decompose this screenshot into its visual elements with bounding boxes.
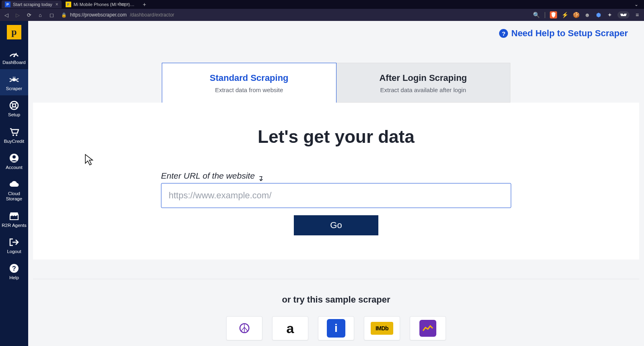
new-tab-button[interactable]: +	[140, 1, 149, 8]
sidebar-label: Account	[6, 165, 23, 170]
tab-title: Standard Scraping	[170, 73, 328, 83]
sidebar-item-help[interactable]: ? Help	[0, 258, 28, 284]
svg-point-7	[12, 134, 14, 136]
browser-tab-2[interactable]: F Mi Mobile Phones (MI मोबाइल) and	[62, 0, 139, 8]
sidebar-item-logout[interactable]: Logout	[0, 232, 28, 258]
yahoo-finance-icon	[419, 320, 436, 337]
sample-amazon[interactable]: a	[272, 316, 308, 340]
sidebar-item-dashboard[interactable]: DashBoard	[0, 43, 28, 69]
store-icon	[9, 211, 19, 221]
url-field-label-text: Enter URL of the website	[161, 171, 255, 181]
nav-forward-icon[interactable]: ▷	[14, 12, 21, 18]
sidebar-item-r2ragents[interactable]: R2R Agents	[0, 206, 28, 232]
sidebar-label: BuyCredit	[4, 139, 25, 144]
ext-2-icon[interactable]: 🍪	[572, 11, 580, 19]
peace-icon: ☮	[238, 320, 250, 336]
sidebar-item-cloudstorage[interactable]: Cloud Storage	[0, 174, 28, 206]
url-field-label: Enter URL of the website ↴	[161, 171, 511, 181]
profile-icon[interactable]	[617, 11, 630, 19]
need-help-link[interactable]: ? Need Help to Setup Scraper	[499, 28, 628, 39]
tab-subtitle: Extract data from website	[170, 86, 328, 93]
cloud-icon	[8, 179, 20, 189]
tab-title-1: Start scraping today	[13, 2, 52, 7]
address-bar[interactable]: 🔒 https://prowebscraper.com/dashboard/ex…	[60, 12, 528, 18]
browser-tab-strip: P Start scraping today × F Mi Mobile Pho…	[0, 0, 644, 9]
tab-favicon-2: F	[66, 2, 71, 7]
sidebar-item-scraper[interactable]: Scraper	[0, 69, 28, 95]
cart-icon	[9, 127, 19, 137]
nav-reload-icon[interactable]: ⟳	[26, 12, 32, 18]
menu-icon[interactable]: ≡	[634, 11, 641, 19]
sidebar-item-setup[interactable]: Setup	[0, 95, 28, 122]
svg-point-8	[16, 134, 17, 136]
zoom-icon[interactable]: 🔍	[533, 11, 540, 19]
nav-bookmark-icon[interactable]: ◻	[48, 12, 55, 18]
sidebar-label: Scraper	[6, 86, 22, 91]
svg-point-10	[12, 155, 16, 159]
sample-imdb[interactable]: IMDb	[364, 316, 400, 340]
lifesaver-icon	[9, 100, 19, 111]
sidebar: p DashBoard Scraper Setup BuyCredit	[0, 21, 28, 346]
browser-toolbar: ◁ ▷ ⟳ ⌂ ◻ 🔒 https://prowebscraper.com/da…	[0, 9, 644, 21]
ext-4-icon[interactable]: ⬢	[595, 11, 602, 19]
mode-tabs: Standard Scraping Extract data from webs…	[162, 63, 510, 103]
sample-heading: or try this sample scraper	[28, 295, 644, 305]
arrow-down-icon: ↴	[256, 174, 263, 182]
tab-after-login-scraping[interactable]: After Login Scraping Extract data availa…	[336, 63, 511, 103]
sidebar-label: Cloud Storage	[1, 191, 27, 202]
go-button[interactable]: Go	[294, 215, 378, 235]
sidebar-label: DashBoard	[2, 60, 26, 65]
divider	[33, 279, 639, 279]
toolbar-right: 🔍 | ⚡ 🍪 ☻ ⬢ ✦ ≡	[533, 11, 641, 19]
ext-3-icon[interactable]: ☻	[584, 11, 591, 19]
nav-home-icon[interactable]: ⌂	[37, 12, 43, 18]
nav-back-icon[interactable]: ◁	[3, 12, 10, 18]
spider-icon	[8, 74, 20, 84]
content-area: ? Need Help to Setup Scraper Standard Sc…	[28, 21, 644, 346]
logo-cell: p	[0, 21, 28, 43]
brave-shield-icon[interactable]	[550, 11, 557, 19]
sample-yahoo-finance[interactable]	[410, 316, 446, 340]
help-question-icon: ?	[499, 29, 508, 38]
sidebar-label: R2R Agents	[2, 223, 26, 228]
tabs-chevron-icon[interactable]: ⌄	[630, 2, 642, 7]
toolbar-separator: |	[544, 11, 546, 19]
user-icon	[9, 153, 19, 163]
gauge-icon	[8, 48, 20, 58]
imdb-icon: IMDb	[371, 322, 393, 335]
tab-close-icon[interactable]: ×	[56, 2, 58, 7]
tab-title: After Login Scraping	[345, 73, 502, 83]
url-path: /dashboard/extractor	[130, 12, 174, 18]
svg-point-4	[14, 77, 15, 78]
sidebar-item-account[interactable]: Account	[0, 148, 28, 174]
help-link-text: Need Help to Setup Scraper	[511, 28, 628, 39]
tab-standard-scraping[interactable]: Standard Scraping Extract data from webs…	[162, 63, 336, 103]
sidebar-label: Logout	[7, 249, 21, 254]
sidebar-label: Setup	[8, 112, 20, 117]
tab-title-2: Mi Mobile Phones (MI मोबाइल) and	[74, 2, 136, 7]
ext-1-icon[interactable]: ⚡	[561, 11, 568, 19]
tab-subtitle: Extract data available after login	[345, 86, 502, 93]
sidebar-label: Help	[9, 275, 19, 280]
sample-indeed[interactable]: i	[318, 316, 354, 340]
url-input[interactable]	[161, 183, 511, 208]
app-logo[interactable]: p	[7, 25, 21, 39]
logout-icon	[9, 237, 19, 247]
browser-tab-active[interactable]: P Start scraping today ×	[2, 0, 62, 8]
extensions-icon[interactable]: ✦	[606, 11, 613, 19]
svg-text:?: ?	[12, 265, 16, 272]
svg-point-3	[13, 77, 14, 78]
page-headline: Let's get your data	[33, 127, 639, 147]
sidebar-item-buycredit[interactable]: BuyCredit	[0, 122, 28, 148]
url-host: https://prowebscraper.com	[70, 12, 127, 18]
main-panel: Let's get your data Enter URL of the web…	[33, 103, 639, 260]
amazon-icon: a	[287, 321, 294, 336]
svg-point-2	[12, 78, 16, 81]
sample-row: ☮ a i IMDb	[28, 316, 644, 340]
lock-icon: 🔒	[61, 12, 67, 18]
tab-favicon-1: P	[5, 2, 10, 7]
help-icon: ?	[9, 263, 19, 274]
svg-point-6	[12, 104, 16, 107]
indeed-icon: i	[327, 319, 345, 338]
sample-craigslist[interactable]: ☮	[226, 316, 262, 340]
